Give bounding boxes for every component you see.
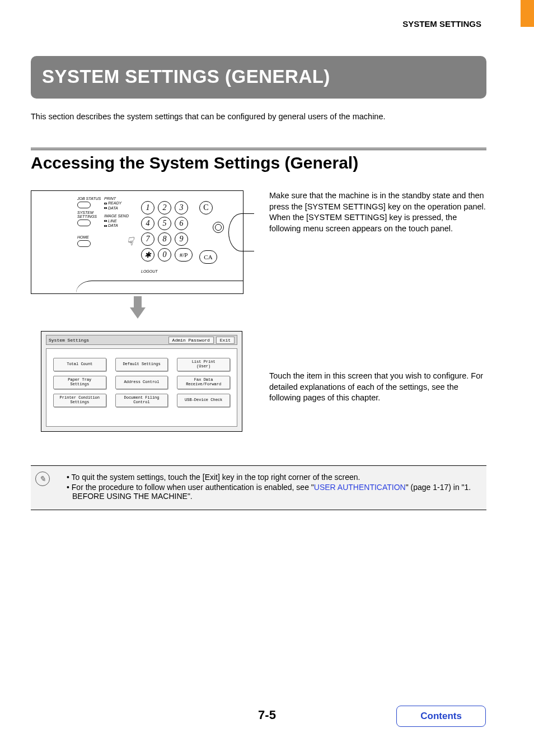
keypad-key: 6 xyxy=(175,217,188,230)
led-icon xyxy=(104,207,107,209)
menu-printer-condition: Printer Condition Settings xyxy=(53,394,106,407)
note-1-text: To quit the system settings, touch the [… xyxy=(72,473,360,482)
row-panel: JOB STATUS SYSTEM SETTINGS ☟ HOME PRINT … xyxy=(31,190,486,432)
keypad-key: 0 xyxy=(158,248,171,262)
label-home: HOME xyxy=(77,235,101,239)
keypad-key: #/P xyxy=(175,248,193,262)
ca-key: CA xyxy=(199,250,217,264)
keypad-key: 8 xyxy=(158,232,171,246)
note-item: For the procedure to follow when user au… xyxy=(67,483,482,501)
label-job-status: JOB STATUS xyxy=(77,197,101,200)
paragraph-1: Make sure that the machine is in the sta… xyxy=(269,190,486,234)
panel-curve xyxy=(76,281,243,294)
label-system-settings: SYSTEM SETTINGS xyxy=(77,211,101,218)
label-ready: READY xyxy=(108,201,121,205)
hand-cursor-icon: ☟ xyxy=(127,235,133,248)
operation-panel-diagram: JOB STATUS SYSTEM SETTINGS ☟ HOME PRINT … xyxy=(31,190,243,294)
softkey-icon xyxy=(77,220,91,226)
label-line: LINE xyxy=(108,219,117,223)
admin-password-button: Admin Password xyxy=(168,337,214,344)
label-data1: DATA xyxy=(108,206,118,210)
heading-rule xyxy=(31,148,486,150)
keypad-side-keys: C CA xyxy=(199,201,217,264)
keypad-key: 5 xyxy=(158,217,171,230)
touch-menu-grid: Total Count Default Settings List Print … xyxy=(46,348,237,427)
label-image-send: IMAGE SEND xyxy=(104,214,129,218)
down-arrow-wrap xyxy=(31,307,245,321)
menu-fax-data: Fax Data Receive/Forward xyxy=(177,376,230,389)
keypad-key: 1 xyxy=(141,201,154,214)
note-item: To quit the system settings, touch the [… xyxy=(67,473,482,482)
note-list: To quit the system settings, touch the [… xyxy=(59,472,482,502)
exit-button: Exit xyxy=(216,337,235,344)
note-2-before: For the procedure to follow when user au… xyxy=(72,483,314,492)
menu-list-print: List Print (User) xyxy=(177,358,230,371)
panel-edge-circle xyxy=(228,213,254,251)
keypad-key: 7 xyxy=(141,232,154,246)
numeric-keypad: 1 2 3 4 5 6 7 8 9 ✱ 0 #/P xyxy=(141,201,189,262)
note-box: ✎ To quit the system settings, touch the… xyxy=(31,465,486,510)
keypad-key: 2 xyxy=(158,201,171,214)
label-logout: LOGOUT xyxy=(141,269,158,273)
keypad-key: 4 xyxy=(141,217,154,230)
label-print: PRINT xyxy=(104,197,129,201)
user-authentication-link[interactable]: USER AUTHENTICATION xyxy=(314,483,406,492)
touch-title-bar: System Settings Admin Password Exit xyxy=(46,335,237,345)
keypad-key: 9 xyxy=(175,232,188,246)
menu-total-count: Total Count xyxy=(53,358,106,371)
softkey-icon xyxy=(77,202,91,208)
touch-screen-diagram: System Settings Admin Password Exit Tota… xyxy=(41,331,242,432)
running-header: SYSTEM SETTINGS xyxy=(402,19,481,29)
menu-default-settings: Default Settings xyxy=(115,358,168,371)
start-button-icon xyxy=(213,222,224,233)
keypad-key: ✱ xyxy=(141,248,154,262)
side-tab xyxy=(521,0,534,27)
right-column: Make sure that the machine is in the sta… xyxy=(269,190,486,412)
label-data2: DATA xyxy=(108,223,118,227)
contents-button[interactable]: Contents xyxy=(396,706,486,727)
panel-soft-keys: JOB STATUS SYSTEM SETTINGS ☟ HOME xyxy=(77,197,101,248)
led-icon xyxy=(104,225,107,227)
paragraph-2: Touch the item in this screen that you w… xyxy=(269,371,486,404)
menu-usb-device: USB-Device Check xyxy=(177,394,230,407)
intro-text: This section describes the system settin… xyxy=(31,112,486,121)
page-title: SYSTEM SETTINGS (GENERAL) xyxy=(31,56,486,99)
page-content: SYSTEM SETTINGS (GENERAL) This section d… xyxy=(31,56,486,510)
menu-address-control: Address Control xyxy=(115,376,168,389)
note-icon: ✎ xyxy=(35,472,50,486)
menu-document-filing: Document Filing Control xyxy=(115,394,168,407)
led-icon xyxy=(104,203,107,204)
menu-paper-tray: Paper Tray Settings xyxy=(53,376,106,389)
c-key: C xyxy=(199,201,213,214)
panel-led-labels: PRINT READY DATA IMAGE SEND LINE DATA xyxy=(104,197,129,228)
touch-title: System Settings xyxy=(49,338,89,343)
section-heading: Accessing the System Settings (General) xyxy=(31,153,486,172)
keypad-key: 3 xyxy=(175,201,188,214)
led-icon xyxy=(104,220,107,222)
down-arrow-icon xyxy=(130,307,146,319)
softkey-icon xyxy=(77,240,91,247)
